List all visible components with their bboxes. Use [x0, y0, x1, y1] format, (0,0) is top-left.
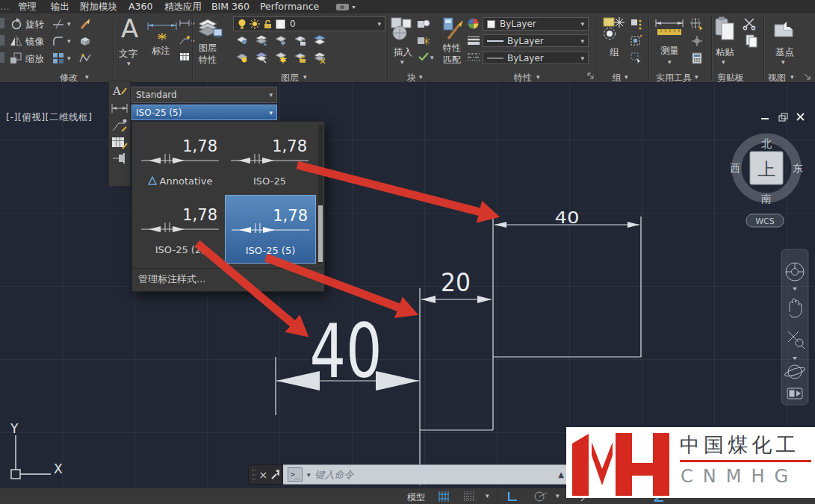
sun-icon[interactable] — [250, 19, 260, 29]
drag-handle-icon[interactable] — [252, 469, 256, 481]
viewcube-north[interactable]: 北 — [761, 137, 772, 149]
layer-off-icon[interactable] — [236, 34, 248, 46]
mirror-button[interactable]: 镜像 — [25, 36, 44, 49]
navigation-bar[interactable] — [780, 248, 811, 408]
linetype-combo[interactable]: ByLayer ▾ — [483, 52, 589, 64]
scale-button[interactable]: 缩放 — [25, 53, 44, 66]
grid-caret-icon[interactable]: ▾ — [486, 493, 489, 500]
lineweight-icon[interactable] — [468, 35, 480, 45]
attribute-check-icon[interactable] — [418, 52, 429, 61]
cut-scissors-icon[interactable] — [743, 18, 757, 30]
layer-color-swatch[interactable] — [276, 19, 285, 29]
block-panel-caret-icon[interactable]: ▾ — [419, 74, 423, 81]
menu-tab-manage[interactable]: 管理 — [18, 1, 37, 13]
object-color-combo[interactable]: ByLayer ▾ — [483, 17, 589, 31]
flyout-scrollbar[interactable] — [318, 125, 323, 264]
lineweight-caret-icon[interactable]: ▾ — [580, 37, 584, 45]
command-grip[interactable]: × — [248, 464, 283, 485]
menu-tab-bim360[interactable]: BIM 360 — [211, 1, 250, 12]
group-button[interactable]: 组 — [610, 46, 619, 59]
menu-tab-performance[interactable]: Performance — [260, 1, 319, 12]
trim-caret-icon[interactable]: ▾ — [67, 21, 71, 28]
paste-button[interactable]: 粘贴 — [716, 46, 734, 59]
panel-label-layers[interactable]: 图层 — [281, 72, 299, 84]
command-close-icon[interactable]: × — [259, 470, 268, 480]
table-icon[interactable] — [179, 52, 190, 61]
group-edit-icon[interactable] — [630, 35, 642, 46]
text-style-caret-icon[interactable]: ▾ — [269, 91, 273, 99]
layer-combo[interactable]: 0 ▾ — [233, 16, 385, 31]
layer-unisolate-icon[interactable] — [255, 52, 267, 63]
layer-freeze-icon[interactable] — [275, 34, 287, 46]
explode-box-icon[interactable] — [79, 35, 91, 47]
viewcube-west[interactable]: 西 — [730, 162, 740, 174]
polar-tracking-icon[interactable] — [533, 491, 548, 503]
lock-icon[interactable] — [263, 19, 273, 29]
group-select-icon[interactable] — [630, 52, 642, 64]
view-launcher-icon[interactable] — [804, 73, 811, 80]
viewport-controls[interactable]: [-][俯视][二维线框] — [6, 111, 92, 124]
style-item-iso25[interactable]: 1,78 ISO-25 — [226, 128, 313, 193]
array-caret-icon[interactable]: ▾ — [67, 55, 71, 62]
panel-label-properties[interactable]: 特性 — [514, 72, 532, 84]
paste-caret-icon[interactable]: ▾ — [722, 59, 725, 66]
dimension-button[interactable]: 标注 — [152, 45, 170, 57]
erase-brush-icon[interactable] — [79, 18, 91, 30]
linetype-icon[interactable] — [468, 52, 480, 62]
panel-label-block[interactable]: 块 — [407, 72, 416, 84]
panel-label-modify[interactable]: 修改 — [60, 72, 78, 84]
command-prompt-icon[interactable]: >_ — [288, 467, 303, 482]
base-view-button[interactable]: 基点 — [775, 46, 794, 59]
manage-dim-styles-item[interactable]: 管理标注样式... — [138, 273, 205, 286]
text-style-tool-icon[interactable]: A — [111, 84, 128, 99]
modify-panel-caret-icon[interactable]: ▾ — [85, 74, 89, 81]
group-panel-caret-icon[interactable]: ▾ — [625, 74, 628, 81]
copy-clip-icon[interactable] — [746, 34, 757, 48]
linetype-caret-icon[interactable]: ▾ — [580, 55, 584, 62]
panel-label-clipboard[interactable]: 剪贴板 — [717, 72, 744, 84]
text-style-combo[interactable]: Standard ▾ — [131, 87, 277, 103]
layer-props-button[interactable]: 图层 — [199, 42, 217, 55]
block-caret-icon[interactable]: ▾ — [430, 55, 434, 61]
block-editor-icon[interactable] — [417, 35, 430, 47]
layer-on-icon[interactable] — [236, 52, 248, 63]
camera-icon[interactable] — [336, 3, 356, 11]
text-caret-icon[interactable]: ▾ — [127, 60, 131, 67]
rotate-button[interactable]: 旋转 — [25, 19, 44, 31]
layer-thaw-icon[interactable] — [275, 52, 287, 63]
layer-lock-icon[interactable] — [294, 52, 306, 63]
polar-caret-icon[interactable]: ▾ — [556, 493, 560, 500]
dim-style-combo[interactable]: ISO-25 (5) ▾ — [131, 105, 277, 120]
command-history-caret-icon[interactable]: ▾ — [307, 471, 311, 479]
pin-tool-icon[interactable] — [111, 152, 128, 164]
create-block-icon[interactable] — [417, 18, 430, 30]
lineweight-combo[interactable]: ByLayer ▾ — [483, 34, 589, 47]
base-caret-icon[interactable]: ▾ — [781, 59, 785, 66]
table-style-tool-icon[interactable] — [111, 136, 128, 149]
insert-caret-icon[interactable]: ▾ — [400, 59, 404, 66]
ortho-icon[interactable] — [506, 491, 518, 503]
props-launcher-icon[interactable] — [587, 72, 594, 79]
layer-delete-icon[interactable] — [314, 52, 326, 63]
menu-tab-output[interactable]: 输出 — [51, 1, 69, 13]
style-item-iso25-2[interactable]: 1,78 ISO-25 (2) — [137, 196, 223, 262]
grid-display-icon[interactable] — [463, 491, 475, 503]
measure-caret-icon[interactable]: ▾ — [668, 59, 672, 66]
view-panel-caret-icon[interactable]: ▾ — [790, 74, 794, 81]
snap-grid-icon[interactable] — [438, 491, 450, 503]
fillet-caret-icon[interactable]: ▾ — [67, 38, 71, 45]
ungroup-icon[interactable] — [630, 18, 642, 29]
layer-isolate-icon[interactable] — [255, 34, 267, 46]
color-combo-caret-icon[interactable]: ▾ — [580, 20, 584, 28]
layers-panel-caret-icon[interactable]: ▾ — [303, 74, 307, 81]
layer-combo-caret-icon[interactable]: ▾ — [377, 20, 381, 28]
calculator-icon[interactable] — [692, 52, 702, 64]
leader-icon[interactable] — [179, 36, 190, 45]
panel-label-view[interactable]: 视图 — [768, 72, 786, 84]
viewcube[interactable]: 北 西 东 南 上 WCS — [717, 105, 815, 235]
viewcube-east[interactable]: 东 — [793, 162, 803, 174]
menu-tab-addins[interactable]: 附加模块 — [80, 1, 117, 13]
layer-match-icon[interactable] — [314, 34, 326, 46]
menu-tab-a360[interactable]: A360 — [128, 1, 152, 12]
panel-label-group[interactable]: 组 — [613, 72, 622, 84]
